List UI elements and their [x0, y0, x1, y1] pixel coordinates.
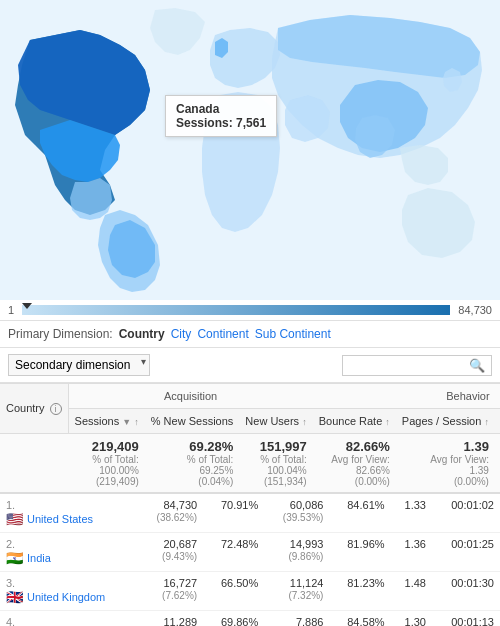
- cell-new-users-3: 7,886(5.19%): [264, 611, 329, 627]
- country-link-0[interactable]: 🇺🇸 United States: [6, 511, 132, 527]
- flag-1: 🇮🇳: [6, 550, 23, 566]
- dim-subcontinent[interactable]: Sub Continent: [255, 327, 331, 341]
- cell-bounce-1: 81.96%: [329, 533, 390, 572]
- country-info-icon[interactable]: i: [50, 403, 62, 415]
- cell-country-1: 2. 🇮🇳 India: [0, 533, 138, 572]
- secondary-dimension-bar: Secondary dimension 🔍: [0, 348, 500, 383]
- cell-bounce-3: 84.58%: [329, 611, 390, 627]
- table-row: 4. 🇦🇺 Australia 11,289(5.15%) 69.86% 7,8…: [0, 611, 500, 627]
- col-sessions[interactable]: Sessions ▼ ↑: [68, 409, 145, 434]
- dim-country[interactable]: Country: [119, 327, 165, 341]
- secondary-dim-select[interactable]: Secondary dimension: [8, 354, 150, 376]
- cell-duration-1: 00:01:25: [432, 533, 500, 572]
- cell-pages-1: 1.36: [391, 533, 432, 572]
- summary-pages: 1.39 Avg for View: 1.39 (0.00%): [396, 434, 495, 494]
- dim-city[interactable]: City: [171, 327, 192, 341]
- cell-country-0: 1. 🇺🇸 United States: [0, 494, 138, 533]
- summary-row: 219,409 % of Total: 100.00% (219,409) 69…: [0, 434, 500, 494]
- cell-bounce-0: 84.61%: [329, 494, 390, 533]
- cell-pages-2: 1.48: [391, 572, 432, 611]
- search-input[interactable]: [349, 358, 469, 372]
- rows-table: 1. 🇺🇸 United States 84,730(38.62%) 70.91…: [0, 494, 500, 626]
- cell-sessions-3: 11,289(5.15%): [138, 611, 203, 627]
- table-row: 3. 🇬🇧 United Kingdom 16,727(7.62%) 66.50…: [0, 572, 500, 611]
- behavior-header: Behavior: [313, 384, 500, 409]
- legend-max: 84,730: [458, 304, 492, 316]
- cell-pct-new-2: 66.50%: [203, 572, 264, 611]
- summary-duration: 00:01:17 Avg for View: 00:01:17 (0.00%): [495, 434, 500, 494]
- summary-bounce: 82.66% Avg for View: 82.66% (0.00%): [313, 434, 396, 494]
- cell-new-users-2: 11,124(7.32%): [264, 572, 329, 611]
- data-table: Country i Acquisition Behavior Sessions …: [0, 383, 500, 494]
- cell-pages-0: 1.33: [391, 494, 432, 533]
- cell-country-2: 3. 🇬🇧 United Kingdom: [0, 572, 138, 611]
- cell-new-users-0: 60,086(39.53%): [264, 494, 329, 533]
- flag-2: 🇬🇧: [6, 589, 23, 605]
- dim-continent[interactable]: Continent: [197, 327, 248, 341]
- cell-sessions-0: 84,730(38.62%): [138, 494, 203, 533]
- cell-country-3: 4. 🇦🇺 Australia: [0, 611, 138, 627]
- sessions-sort-up: ↑: [134, 417, 139, 427]
- cell-sessions-1: 20,687(9.43%): [138, 533, 203, 572]
- secondary-dim-left: Secondary dimension: [8, 354, 150, 376]
- world-map: Canada Sessions: 7,561: [0, 0, 500, 300]
- summary-sessions: 219,409 % of Total: 100.00% (219,409): [68, 434, 145, 494]
- legend-min: 1: [8, 304, 14, 316]
- sessions-sort-icon: ▼: [122, 417, 131, 427]
- legend-gradient: [22, 305, 450, 315]
- cell-pct-new-1: 72.48%: [203, 533, 264, 572]
- cell-bounce-2: 81.23%: [329, 572, 390, 611]
- col-pct-new[interactable]: % New Sessions: [145, 409, 240, 434]
- summary-pct-new: 69.28% % of Total: 69.25% (0.04%): [145, 434, 240, 494]
- summary-label: [0, 434, 68, 494]
- new-users-sort: ↑: [302, 417, 307, 427]
- cell-pct-new-3: 69.86%: [203, 611, 264, 627]
- country-link-1[interactable]: 🇮🇳 India: [6, 550, 132, 566]
- col-duration[interactable]: Avg. Session Duration ↑: [495, 409, 500, 434]
- acq-header: Acquisition: [68, 384, 313, 409]
- country-name-0: United States: [27, 513, 93, 525]
- cell-sessions-2: 16,727(7.62%): [138, 572, 203, 611]
- cell-pages-3: 1.30: [391, 611, 432, 627]
- col-pages[interactable]: Pages / Session ↑: [396, 409, 495, 434]
- secondary-dim-select-wrap[interactable]: Secondary dimension: [8, 354, 150, 376]
- country-name-1: India: [27, 552, 51, 564]
- cell-duration-0: 00:01:02: [432, 494, 500, 533]
- cell-pct-new-0: 70.91%: [203, 494, 264, 533]
- primary-dimension-label: Primary Dimension:: [8, 327, 113, 341]
- col-country: Country i: [0, 384, 68, 434]
- cell-new-users-1: 14,993(9.86%): [264, 533, 329, 572]
- table-row: 2. 🇮🇳 India 20,687(9.43%) 72.48% 14,993(…: [0, 533, 500, 572]
- country-name-2: United Kingdom: [27, 591, 105, 603]
- pages-sort: ↑: [484, 417, 489, 427]
- cell-duration-3: 00:01:13: [432, 611, 500, 627]
- col-bounce[interactable]: Bounce Rate ↑: [313, 409, 396, 434]
- cell-duration-2: 00:01:30: [432, 572, 500, 611]
- summary-new-users: 151,997 % of Total: 100.04% (151,934): [239, 434, 312, 494]
- legend-marker: [22, 303, 32, 309]
- flag-0: 🇺🇸: [6, 511, 23, 527]
- search-box[interactable]: 🔍: [342, 355, 492, 376]
- search-icon[interactable]: 🔍: [469, 358, 485, 373]
- col-new-users[interactable]: New Users ↑: [239, 409, 312, 434]
- bounce-sort: ↑: [385, 417, 390, 427]
- primary-dimension-bar: Primary Dimension: Country City Continen…: [0, 321, 500, 348]
- table-row: 1. 🇺🇸 United States 84,730(38.62%) 70.91…: [0, 494, 500, 533]
- legend-bar: 1 84,730: [0, 300, 500, 321]
- country-link-2[interactable]: 🇬🇧 United Kingdom: [6, 589, 132, 605]
